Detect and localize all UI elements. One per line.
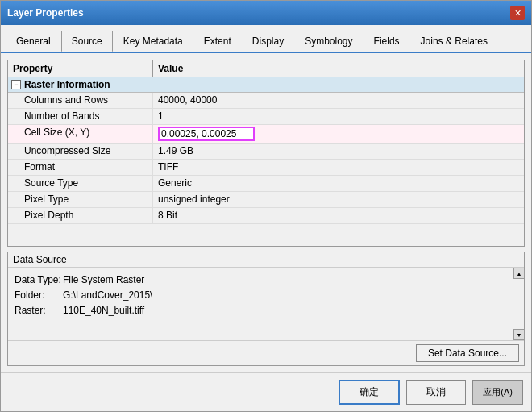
set-data-source-row: Set Data Source... [8, 340, 524, 365]
header-property: Property [8, 60, 153, 77]
ds-label-folder: Folder: [15, 288, 63, 303]
tab-bar: General Source Key Metadata Extent Displ… [1, 25, 531, 53]
properties-table: Property Value − Raster Information Colu… [7, 60, 525, 247]
set-data-source-button[interactable]: Set Data Source... [416, 344, 519, 362]
close-button[interactable]: ✕ [510, 6, 525, 20]
ds-value-raster: 110E_40N_built.tiff [63, 303, 144, 318]
table-row: Format TIFF [8, 160, 524, 176]
prop-pixel-type: Pixel Type [8, 192, 153, 207]
scroll-up-button[interactable]: ▲ [513, 268, 525, 279]
prop-uncompressed: Uncompressed Size [8, 144, 153, 159]
tab-key-metadata[interactable]: Key Metadata [113, 31, 193, 52]
val-cell-size [153, 125, 524, 143]
prop-cell-size: Cell Size (X, Y) [8, 125, 153, 143]
prop-bands: Number of Bands [8, 109, 153, 124]
table-row-cell-size: Cell Size (X, Y) [8, 125, 524, 144]
table-header: Property Value [8, 60, 524, 77]
table-row: Columns and Rows 40000, 40000 [8, 93, 524, 109]
window-title: Layer Properties [7, 7, 84, 19]
apply-button[interactable]: 应用(A) [472, 380, 523, 405]
val-format: TIFF [153, 160, 524, 175]
main-content: Property Value − Raster Information Colu… [1, 53, 531, 372]
scrollbar-track [513, 279, 524, 329]
prop-pixel-depth: Pixel Depth [8, 208, 153, 223]
prop-columns-rows: Columns and Rows [8, 93, 153, 108]
data-source-body: Data Type: File System Raster Folder: G:… [8, 268, 524, 340]
ds-label-type: Data Type: [15, 273, 63, 288]
ds-row-type: Data Type: File System Raster [15, 273, 506, 288]
table-row: Source Type Generic [8, 176, 524, 192]
tab-symbology[interactable]: Symbology [294, 31, 363, 52]
ds-row-raster: Raster: 110E_40N_built.tiff [15, 303, 506, 318]
tab-fields[interactable]: Fields [364, 31, 410, 52]
data-source-section: Data Source Data Type: File System Raste… [7, 252, 525, 366]
table-body: − Raster Information Columns and Rows 40… [8, 77, 524, 246]
section-title: Raster Information [24, 79, 110, 90]
title-bar: Layer Properties ✕ [1, 1, 531, 25]
val-columns-rows: 40000, 40000 [153, 93, 524, 108]
ds-label-raster: Raster: [15, 303, 63, 318]
tab-source[interactable]: Source [61, 31, 113, 52]
expand-button[interactable]: − [11, 80, 21, 89]
cell-size-input[interactable] [158, 127, 255, 141]
data-source-scrollbar: ▲ ▼ [513, 268, 524, 340]
tab-display[interactable]: Display [242, 31, 294, 52]
ds-row-folder: Folder: G:\LandCover_2015\ [15, 288, 506, 303]
val-source-type: Generic [153, 176, 524, 191]
header-value: Value [153, 60, 524, 77]
table-row: Number of Bands 1 [8, 109, 524, 125]
footer: 确定 取消 应用(A) [1, 372, 531, 411]
tab-joins-relates[interactable]: Joins & Relates [410, 31, 498, 52]
table-row: Pixel Depth 8 Bit [8, 208, 524, 224]
data-source-text: Data Type: File System Raster Folder: G:… [8, 268, 513, 340]
prop-format: Format [8, 160, 153, 175]
ds-value-type: File System Raster [63, 273, 144, 288]
data-source-label: Data Source [8, 252, 524, 268]
table-row: Pixel Type unsigned integer [8, 192, 524, 208]
prop-source-type: Source Type [8, 176, 153, 191]
scroll-down-button[interactable]: ▼ [513, 329, 525, 340]
val-uncompressed: 1.49 GB [153, 144, 524, 159]
cancel-button[interactable]: 取消 [406, 380, 466, 405]
tab-general[interactable]: General [6, 31, 61, 52]
val-pixel-type: unsigned integer [153, 192, 524, 207]
tab-extent[interactable]: Extent [193, 31, 242, 52]
section-header-raster: − Raster Information [8, 77, 524, 93]
ds-value-folder: G:\LandCover_2015\ [63, 288, 152, 303]
layer-properties-window: Layer Properties ✕ General Source Key Me… [0, 0, 532, 412]
val-bands: 1 [153, 109, 524, 124]
confirm-button[interactable]: 确定 [339, 380, 400, 405]
val-pixel-depth: 8 Bit [153, 208, 524, 223]
table-row: Uncompressed Size 1.49 GB [8, 144, 524, 160]
